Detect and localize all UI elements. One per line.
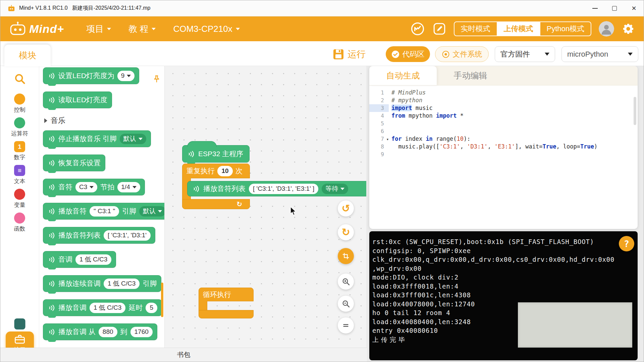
search-icon[interactable] [14, 73, 26, 85]
palette-block[interactable]: 播放音符列表[ 'C3:1', 'D3:1' [43, 227, 155, 244]
community-icon[interactable] [410, 21, 425, 36]
sidebar-item-more[interactable] [14, 318, 25, 329]
block-dropdown[interactable]: 9 [117, 71, 135, 81]
minimize-button[interactable] [585, 0, 605, 16]
sidebar-item-functions[interactable]: 函数 [14, 213, 25, 233]
code-line-text: import music [389, 104, 433, 112]
hat-block-esp32[interactable]: ESP32 主程序 [182, 145, 250, 163]
line-number: 5 [369, 120, 389, 127]
palette-block[interactable]: 播放音调1 低 C/C3延时5 [43, 299, 162, 316]
code-area-button[interactable]: 代码区 [386, 46, 430, 62]
sidebar-item-text[interactable]: ≡文本 [14, 165, 25, 185]
palette-block[interactable]: 音调1 低 C/C3 [43, 251, 116, 268]
line-number: 3 [369, 104, 389, 112]
code-line: 1# MindPlus [369, 89, 638, 97]
block-label: 播放音调 [58, 303, 87, 312]
fold-caret-icon[interactable]: ▾ [387, 135, 388, 143]
zoom-out-button[interactable] [338, 296, 354, 312]
block-input[interactable]: 1 低 C/C3 [90, 303, 125, 313]
block-dropdown[interactable]: 默认 [120, 134, 146, 144]
file-system-label: 文件系统 [453, 49, 482, 59]
tab-modules[interactable]: 模块 [4, 45, 51, 66]
sidebar-item-variables[interactable]: 变量 [14, 189, 25, 209]
block-input[interactable]: 1 低 C/C3 [75, 254, 111, 265]
close-button[interactable]: ✕ [624, 0, 644, 16]
sidebar-item-control[interactable]: 控制 [14, 94, 25, 114]
tab-manual-edit[interactable]: 手动编辑 [437, 66, 504, 85]
line-number: 2 [369, 97, 389, 104]
play-note-list-block[interactable]: 播放音符列表[ 'C3:1', 'D3:1', 'E3:1' ]等待 [187, 181, 366, 196]
chevron-down-icon [628, 53, 633, 56]
block-input[interactable]: 1 低 C/C3 [104, 279, 140, 289]
palette-block[interactable]: 停止播放音乐 引脚默认 [43, 130, 151, 147]
pin-palette-icon[interactable] [152, 75, 161, 83]
firmware-select[interactable]: 官方固件 [495, 46, 555, 62]
mouse-cursor [289, 207, 298, 217]
code-editor[interactable]: 1# MindPlus2# mpython3import music4from … [369, 85, 638, 229]
block-label: 播放音调 从 [58, 327, 96, 337]
palette-scrollbar[interactable] [161, 283, 163, 317]
menu-item-0[interactable]: 项目 [86, 23, 111, 35]
terminal-line: load:0x3fff001c,len:4308 [372, 291, 634, 300]
code-line-text: # mpython [389, 97, 422, 104]
runtime-select[interactable]: microPython [561, 46, 638, 62]
block-input[interactable]: 1760 [130, 327, 153, 337]
palette-block[interactable]: 恢复音乐设置 [43, 155, 105, 171]
redo-button[interactable]: ↻ [338, 224, 354, 240]
help-button[interactable]: ? [619, 236, 634, 251]
zoom-in-button[interactable] [338, 274, 354, 290]
repeat-block-top[interactable]: 重复执行 10 次 [182, 164, 250, 178]
workspace-canvas[interactable]: ESP32 主程序 重复执行 10 次 ↻ 播放音符列表[ 'C3:1', 'D… [165, 66, 366, 362]
line-number: 1 [369, 89, 389, 97]
zoom-reset-button[interactable] [338, 317, 354, 334]
sidebar-item-operators[interactable]: 运算符 [11, 117, 28, 137]
music-wave-icon [48, 207, 55, 215]
schoolbag-bar[interactable]: 书包 [0, 348, 367, 362]
run-button[interactable]: 运行 [332, 46, 366, 62]
palette-block[interactable]: 读取LED灯亮度 [43, 92, 112, 108]
repeat-count-input[interactable]: 10 [217, 166, 233, 176]
mode-1[interactable]: 上传模式 [497, 22, 540, 36]
palette-block[interactable]: 播放音调 从880到1760 [43, 323, 157, 340]
text-icon: ≡ [14, 165, 25, 176]
edit-icon[interactable] [432, 22, 446, 36]
block-dropdown[interactable]: 1/4 [117, 182, 140, 192]
terminal-line: mode:DIO, clock div:2 [372, 273, 634, 282]
block-palette[interactable]: 设置LED灯亮度为9读取LED灯亮度音乐停止播放音乐 引脚默认恢复音乐设置音符C… [39, 66, 165, 362]
loop-block-top[interactable]: 循环执行 [199, 288, 254, 301]
block-input[interactable]: 5 [146, 303, 157, 313]
block-dropdown-value: 1/4 [121, 183, 130, 191]
block-dropdown[interactable]: C3 [75, 182, 97, 192]
block-input[interactable]: 880 [99, 327, 117, 337]
menu-item-2[interactable]: COM3-CP210x [173, 23, 239, 35]
file-system-button[interactable]: 文件系统 [435, 46, 489, 62]
block-input[interactable]: " C3:1 " [90, 206, 119, 217]
palette-section-header[interactable]: 音乐 [44, 116, 164, 126]
chevron-down-icon [132, 186, 137, 188]
block-input[interactable]: [ 'C3:1', 'D3:1' [104, 230, 151, 241]
palette-block[interactable]: 设置LED灯亮度为9 [43, 67, 139, 84]
block-input[interactable]: [ 'C3:1', 'D3:1', 'E3:1' ] [249, 184, 318, 194]
block-dropdown[interactable]: 等待 [322, 184, 348, 194]
sidebar-item-numbers[interactable]: 1数字 [14, 141, 25, 161]
code-line-text: from mpython import * [389, 112, 464, 120]
block-dropdown[interactable]: 默认 [139, 206, 165, 217]
settings-gear-icon[interactable] [622, 22, 635, 36]
undo-button[interactable]: ↺ [338, 200, 354, 217]
menu-label: 教 程 [128, 23, 148, 35]
terminal-panel[interactable]: rst:0xc (SW_CPU_RESET),boot:0x1b (SPI_FA… [369, 231, 638, 360]
mode-2[interactable]: Python模式 [540, 22, 591, 36]
block-label: 音调 [58, 255, 72, 264]
code-panel: 自动生成手动编辑 1# MindPlus2# mpython3import mu… [369, 66, 638, 229]
palette-block[interactable]: 音符C3节拍1/4 [43, 179, 145, 195]
palette-block[interactable]: 播放连续音调1 低 C/C3引脚 [43, 275, 161, 292]
menu-item-1[interactable]: 教 程 [128, 23, 156, 35]
chevron-down-icon [158, 210, 162, 213]
avatar[interactable] [599, 21, 614, 37]
mode-0[interactable]: 实时模式 [454, 22, 497, 36]
editor-scrollbar[interactable] [634, 97, 636, 125]
palette-block[interactable]: 播放音符" C3:1 "引脚默认 [43, 203, 165, 220]
screenshot-button[interactable] [338, 248, 354, 264]
maximize-button[interactable] [605, 0, 624, 16]
tab-auto-generate[interactable]: 自动生成 [369, 66, 437, 85]
